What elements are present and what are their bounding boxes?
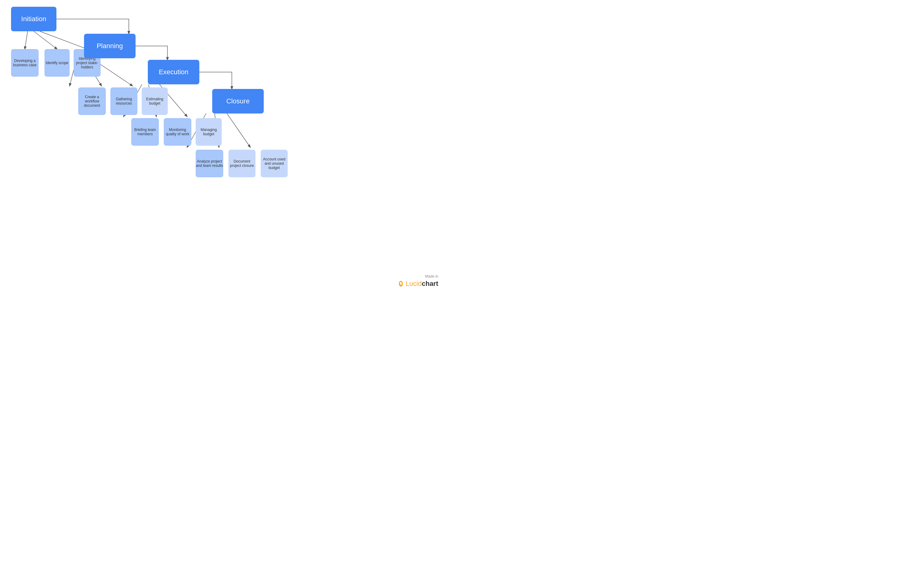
brand-container: Lucidchart bbox=[397, 280, 438, 288]
node-briefing: Briefing team members bbox=[131, 118, 159, 146]
node-identify-scope: Identify scope bbox=[44, 49, 70, 77]
node-initiation: Initiation bbox=[11, 7, 56, 31]
brand-text: Lucidchart bbox=[406, 280, 438, 288]
diagram-container: Initiation Developing a business case Id… bbox=[0, 0, 450, 294]
node-execution: Execution bbox=[148, 60, 200, 84]
node-document-closure: Document project closure bbox=[229, 150, 256, 177]
node-create-workflow: Create a workflow document bbox=[78, 87, 106, 115]
svg-line-2 bbox=[34, 31, 57, 49]
node-planning: Planning bbox=[84, 34, 136, 58]
node-estimating-budget: Estimating budget bbox=[142, 87, 168, 115]
node-account-budget: Account used and unused budget bbox=[261, 150, 288, 177]
svg-line-1 bbox=[25, 31, 28, 49]
svg-line-12 bbox=[227, 114, 250, 147]
node-closure: Closure bbox=[212, 89, 264, 114]
svg-line-3 bbox=[40, 31, 87, 49]
node-analyze: Analyze project and team results bbox=[196, 150, 223, 177]
lucidchart-icon bbox=[397, 280, 404, 287]
made-in-label: Made in bbox=[425, 274, 438, 279]
node-monitoring: Monitoring quality of work bbox=[164, 118, 191, 146]
connectors-svg bbox=[0, 0, 450, 294]
node-gathering-resources: Gathering resources bbox=[111, 87, 137, 115]
node-managing-budget: Managing budget bbox=[196, 118, 222, 146]
lucidchart-badge: Made in Lucidchart bbox=[397, 274, 438, 288]
node-developing: Developing a business case bbox=[11, 49, 39, 77]
